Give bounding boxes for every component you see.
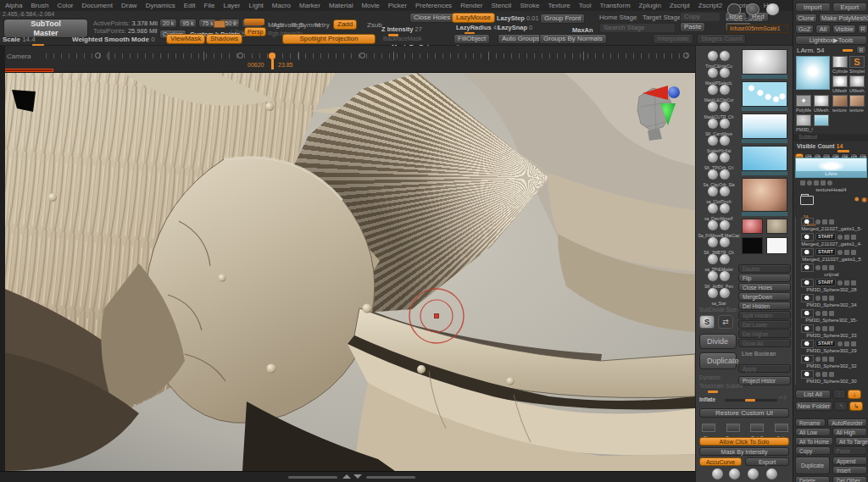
flip-icon[interactable]: ⇄	[718, 315, 733, 329]
gear-icon[interactable]: ✸	[854, 197, 860, 203]
folder-icon[interactable]	[800, 196, 814, 205]
polypaint-icon[interactable]	[822, 265, 827, 270]
subtool-item-selected[interactable]: LArm	[795, 158, 867, 178]
zadd-button[interactable]: Zadd	[333, 19, 357, 30]
m-button[interactable]: M	[314, 21, 320, 29]
eye-icon[interactable]	[815, 296, 821, 301]
brush-slot[interactable]: SK_CarsMove	[698, 117, 740, 134]
fillobject-button[interactable]: FillObject	[453, 34, 490, 44]
polypaint-icon[interactable]	[822, 311, 827, 316]
timeline-ruler[interactable]	[46, 53, 690, 58]
viewport-canvas[interactable]	[5, 73, 695, 471]
menu-item[interactable]: Edit	[184, 2, 196, 9]
goz-visible-button[interactable]: Visible	[832, 25, 856, 34]
move-down-button[interactable]: ↓	[848, 390, 861, 399]
search-stage-field[interactable]: Search Stage	[599, 23, 676, 33]
gradient-texture-thumb[interactable]	[742, 114, 787, 139]
subtool-item[interactable]: PM3D_Sphere302_34	[795, 293, 867, 308]
tessimate-label[interactable]: Tessimate Subdiv	[699, 383, 743, 389]
export-button[interactable]: Export	[745, 457, 789, 466]
matcap-red-thumb[interactable]	[742, 219, 763, 234]
point-budget-chip[interactable]: 20 k	[159, 19, 177, 28]
new-folder-button[interactable]: New Folder	[795, 402, 832, 411]
brush-slot[interactable]: SnakeHInflat	[698, 134, 740, 151]
subtool-toggle-row[interactable]	[795, 178, 867, 187]
eye-icon[interactable]	[837, 341, 843, 346]
material-thumb-sphere[interactable]	[742, 49, 787, 75]
eye-icon[interactable]	[815, 372, 821, 377]
lazyradius-label[interactable]: LazyRadius	[456, 24, 492, 31]
menu-item[interactable]: Movie	[361, 2, 379, 9]
delete-button[interactable]: Delete	[795, 476, 830, 482]
menu-item[interactable]: Texture	[548, 2, 570, 9]
duplicate-button[interactable]: Duplicate	[699, 352, 737, 369]
sculpt-icon[interactable]	[821, 180, 826, 186]
persp-button[interactable]: Persp	[244, 27, 266, 36]
eye-icon[interactable]: ◉	[861, 197, 867, 203]
spotlight-projection-button[interactable]: Spotlight Projection	[282, 34, 376, 44]
subtool-section-header[interactable]: Subtool	[793, 134, 868, 141]
subtool-item[interactable]: Merged_211027_gatts1_5-	[795, 217, 867, 232]
goz-button[interactable]: GoZ	[795, 25, 814, 34]
lazystep-value[interactable]: 0.01	[526, 14, 539, 22]
timeline-keyframe[interactable]	[359, 53, 365, 58]
subtool-item[interactable]: PM3D_Sphere302_35-	[795, 308, 867, 324]
shelf-button[interactable]: Close Holes	[738, 283, 791, 291]
current-tool-name[interactable]: LArm. 54	[797, 47, 824, 54]
quicksketch-icon[interactable]	[244, 19, 264, 25]
close-holes-button[interactable]: Close Holes	[409, 13, 454, 23]
sculpt-icon[interactable]	[829, 357, 834, 362]
tessimate-slider[interactable]	[708, 391, 718, 393]
clone-button[interactable]: Clone	[795, 14, 817, 23]
max-angle-label[interactable]: MaxAn	[572, 26, 593, 34]
eye-icon[interactable]	[815, 265, 821, 270]
eye-icon[interactable]	[815, 326, 821, 331]
skin-material-thumb[interactable]	[742, 178, 787, 212]
shadows-button[interactable]: Shadows	[206, 34, 242, 44]
current-tool-slider[interactable]	[843, 49, 853, 52]
mrgb-button[interactable]: Mrgb	[268, 21, 283, 29]
tool-thumb-active-copy[interactable]	[814, 114, 829, 126]
subtool-group-row[interactable]: 54 LArm	[795, 207, 867, 217]
visible-count-value[interactable]: 14	[837, 143, 843, 149]
subtool-folder-row[interactable]: ✸ ◉	[795, 193, 867, 207]
focal-shift-slider[interactable]	[214, 20, 225, 28]
brush-slot[interactable]: sa_Trim	[727, 468, 743, 482]
frame-icon[interactable]	[800, 180, 805, 186]
menu-item[interactable]: Picker	[388, 2, 407, 9]
weighted-smooth-value[interactable]: 0	[151, 36, 154, 43]
del-other-button[interactable]: Del Other	[832, 476, 867, 482]
sculpt-icon[interactable]	[851, 250, 856, 255]
sculpt-icon[interactable]	[851, 235, 856, 240]
polypaint-icon[interactable]	[844, 250, 849, 255]
sculpt-icon[interactable]	[851, 280, 856, 285]
brush-slot[interactable]: MaskL&ClipCur	[698, 83, 740, 100]
camera-track-label[interactable]: Camera	[7, 53, 31, 60]
menu-item[interactable]: Zscript	[670, 2, 690, 9]
polypaint-icon[interactable]	[822, 372, 827, 377]
polypaint-icon[interactable]	[822, 219, 827, 224]
menu-item[interactable]: Render	[460, 2, 482, 9]
mask-by-intensity-button[interactable]: Mask By Intensity	[699, 447, 789, 456]
menu-item[interactable]: Light	[248, 2, 263, 9]
action-button[interactable]: All Low	[795, 428, 831, 436]
menu-item[interactable]: Stencil	[491, 2, 511, 9]
dynamic-label[interactable]: Dynamic	[699, 374, 721, 380]
shelf-button[interactable]: Del Hidden	[738, 302, 791, 310]
brush-slot[interactable]: Fractur	[710, 468, 724, 482]
stages-count-button[interactable]: Stages Count	[697, 34, 746, 44]
transpose-icon[interactable]: ✛	[232, 19, 238, 27]
inflate-mini-icons[interactable]: ▪↑2	[779, 395, 786, 400]
zsub-button[interactable]: Zsub	[367, 21, 382, 29]
scale-label[interactable]: Scale	[3, 36, 20, 43]
list-all-button[interactable]: List All	[795, 390, 831, 399]
tool-thumb-texture[interactable]	[832, 95, 848, 107]
inflate-slider-handle[interactable]	[745, 399, 755, 402]
menu-item[interactable]: Document	[82, 2, 113, 9]
sculpt-icon[interactable]	[829, 265, 834, 270]
menu-item[interactable]: Dynamics	[146, 2, 175, 9]
brush-slot[interactable]: sa_Star	[698, 286, 740, 303]
menu-item[interactable]: Brush	[31, 2, 48, 9]
polypaint-icon[interactable]	[844, 235, 849, 240]
eye-icon[interactable]	[815, 311, 821, 316]
